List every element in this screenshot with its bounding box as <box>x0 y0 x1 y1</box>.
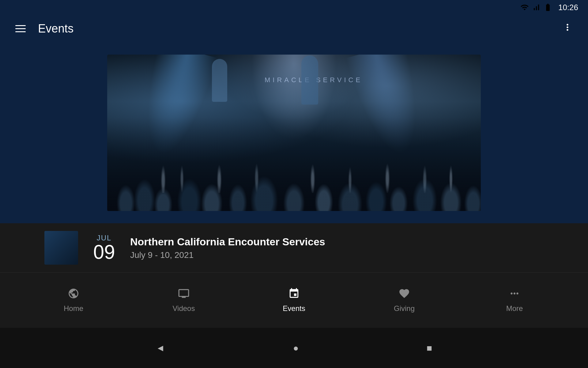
android-navigation-bar: ◄ ● ■ <box>0 328 588 368</box>
hero-image[interactable]: MIRACLE SERVICE <box>107 55 481 211</box>
giving-label: Giving <box>394 304 415 313</box>
hamburger-line-1 <box>15 25 26 26</box>
events-label: Events <box>283 304 305 313</box>
hamburger-menu-button[interactable] <box>12 22 29 35</box>
overflow-menu-button[interactable] <box>559 19 576 38</box>
dots-horizontal-icon <box>509 288 520 299</box>
monitor-icon <box>178 288 190 299</box>
event-thumbnail <box>44 231 78 265</box>
home-icon <box>68 288 79 301</box>
figure-center <box>301 56 318 105</box>
hero-background: MIRACLE SERVICE <box>107 55 481 211</box>
event-thumb-bg <box>44 231 78 265</box>
nav-item-home[interactable]: Home <box>43 283 104 317</box>
crowd-area <box>107 117 481 211</box>
calendar-icon <box>288 288 300 299</box>
event-info: Northern California Encounter Services J… <box>130 236 544 260</box>
nav-item-giving[interactable]: Giving <box>374 283 435 317</box>
back-button[interactable]: ◄ <box>156 343 165 353</box>
status-time: 10:26 <box>558 3 578 12</box>
event-day: 09 <box>93 242 115 262</box>
videos-label: Videos <box>173 304 195 313</box>
event-strip[interactable]: JUL 09 Northern California Encounter Ser… <box>0 223 588 272</box>
bottom-navigation: Home Videos Events Giving <box>0 273 588 328</box>
home-button[interactable]: ● <box>293 343 299 353</box>
signal-icon <box>532 3 541 12</box>
status-icons: 10:26 <box>520 3 578 12</box>
more-label: More <box>506 304 523 313</box>
wifi-icon <box>520 3 529 12</box>
more-icon <box>509 288 520 301</box>
events-icon <box>288 288 300 301</box>
status-bar: 10:26 <box>0 0 588 15</box>
battery-icon <box>544 3 552 12</box>
nav-item-more[interactable]: More <box>484 283 545 317</box>
nav-item-videos[interactable]: Videos <box>153 283 214 317</box>
event-title: Northern California Encounter Services <box>130 236 544 248</box>
heart-icon <box>398 288 410 299</box>
videos-icon <box>178 288 190 301</box>
raised-hands <box>107 162 481 193</box>
figure-left <box>212 59 227 102</box>
globe-icon <box>68 288 79 299</box>
hero-section[interactable]: MIRACLE SERVICE <box>0 42 588 223</box>
page-title: Events <box>38 22 559 35</box>
top-app-bar: Events <box>0 15 588 42</box>
hamburger-line-3 <box>15 31 26 32</box>
home-label: Home <box>64 304 83 313</box>
recents-button[interactable]: ■ <box>427 343 432 353</box>
more-vert-icon <box>562 22 573 33</box>
hamburger-line-2 <box>15 28 26 29</box>
giving-icon <box>398 288 410 301</box>
event-date-badge: JUL 09 <box>87 234 121 262</box>
crowd-silhouettes <box>107 159 481 211</box>
nav-item-events[interactable]: Events <box>263 283 325 317</box>
event-dates: July 9 - 10, 2021 <box>130 250 544 260</box>
